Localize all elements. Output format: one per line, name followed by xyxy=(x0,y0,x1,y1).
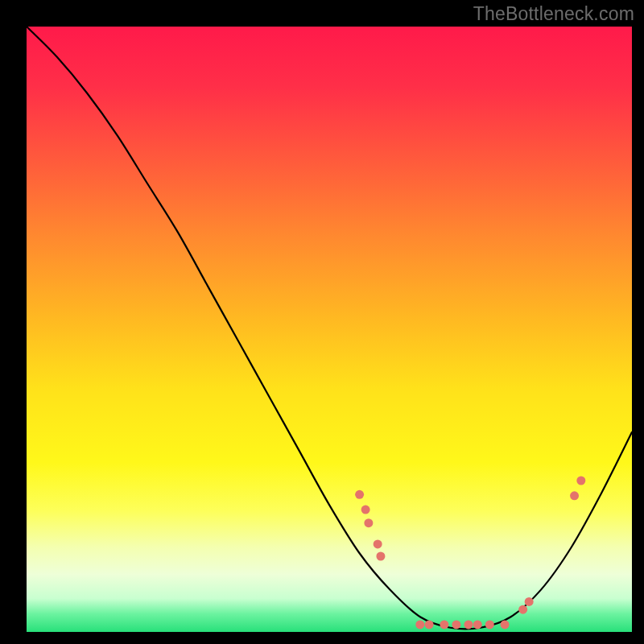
data-point xyxy=(440,620,448,629)
data-point xyxy=(473,620,482,629)
data-point xyxy=(464,620,473,629)
data-point xyxy=(485,620,494,629)
chart-frame: TheBottleneck.com xyxy=(0,0,644,644)
data-point xyxy=(501,620,510,629)
data-markers xyxy=(355,477,585,630)
data-point xyxy=(576,477,585,485)
chart-svg xyxy=(27,27,632,632)
data-point xyxy=(525,597,534,606)
data-point xyxy=(355,490,364,499)
data-point xyxy=(374,539,382,548)
bottleneck-curve xyxy=(27,27,632,629)
watermark-label: TheBottleneck.com xyxy=(473,3,634,25)
data-point xyxy=(452,620,460,629)
data-point xyxy=(364,518,373,527)
data-point xyxy=(570,491,579,500)
data-point xyxy=(415,620,424,629)
data-point xyxy=(361,506,370,514)
data-point xyxy=(518,605,527,614)
data-point xyxy=(425,620,434,629)
plot-area xyxy=(27,27,632,632)
data-point xyxy=(376,552,385,561)
